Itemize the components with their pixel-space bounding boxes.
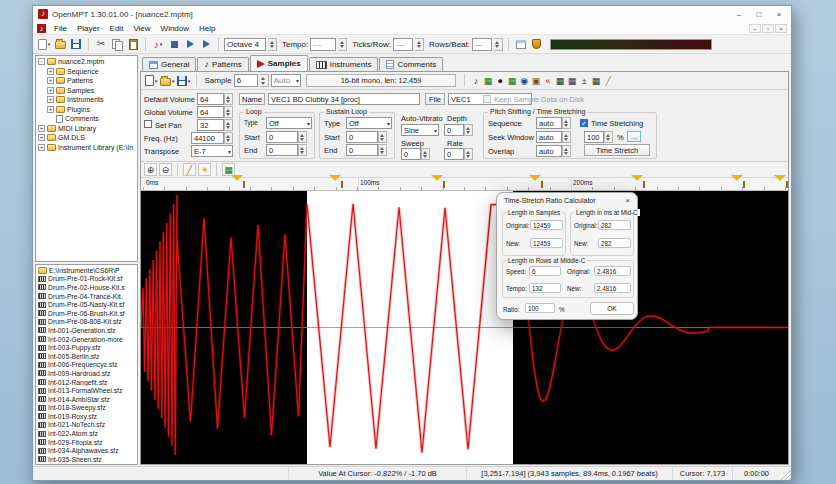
set-pan-field[interactable]: 32 [197,119,224,131]
stretch-amount-spinner[interactable] [604,131,613,143]
cue-marker-icon[interactable] [231,181,245,188]
mdi-restore-button[interactable]: ▫ [762,24,774,33]
samples-original-field[interactable]: 12459 [530,220,563,230]
loop-end-field[interactable]: 0 [266,144,298,156]
keep-on-disk-checkbox[interactable] [483,95,491,103]
tempo-field[interactable]: --- [310,38,336,51]
file-item-int-001-generation-sfz[interactable]: Int-001-Generation.sfz [36,326,137,335]
maximize-button[interactable]: □ [752,10,766,19]
default-volume-spinner[interactable] [224,93,233,105]
vibrato-rate-field[interactable]: 0 [444,148,464,160]
sample-name-field[interactable]: VEC1 BD Clubby 34 [proc] [268,93,420,105]
file-item-drum-pre-01-rock-kit-sf[interactable]: Drum-Pre-01-Rock-Kit.sf [36,275,137,284]
default-volume-field[interactable]: 64 [197,93,224,105]
rows-new-field[interactable]: 2.4816 [594,283,631,293]
save-button[interactable] [69,37,83,52]
cue-marker-icon[interactable] [774,181,788,188]
tree-expander-icon[interactable]: + [38,125,45,132]
sustain-type-select[interactable]: Off [346,117,392,129]
file-item-drum-pre-02-house-kit-s[interactable]: Drum-Pre-02-House-Kit.s [36,283,137,292]
ticks-row-field[interactable]: --- [393,38,413,51]
tempo-spinner[interactable] [338,38,347,51]
sequence-spinner[interactable] [562,117,571,129]
set-pan-spinner[interactable] [224,119,233,131]
tree-expander-icon[interactable]: + [38,144,45,151]
file-item-int-035-sheen-sfz[interactable]: Int-035-Sheen.sfz [36,455,137,464]
overlap-spinner[interactable] [562,145,571,157]
mdi-close-button[interactable]: × [775,24,787,33]
tree-item-instrument-library-e-in[interactable]: +Instrument Library (E:\In [36,143,137,153]
overlap-field[interactable]: auto [536,145,562,157]
file-list-path[interactable]: E:\Instrumente\CS6R\P [36,266,137,275]
loop-start-spinner[interactable] [298,131,307,143]
file-list-hscrollbar[interactable] [36,464,137,465]
rows-beat-field[interactable]: --- [472,38,492,51]
tree-item-midi-library[interactable]: +MIDI Library [36,124,137,134]
vibrato-sweep-spinner[interactable] [421,148,430,160]
tree-expander-icon[interactable]: + [47,68,54,75]
menu-player[interactable]: Player [72,24,105,33]
timeline-ruler[interactable]: 0ms100ms200ms [141,178,788,191]
tab-instruments[interactable]: Instruments [309,57,379,71]
tree-expander-icon[interactable]: + [38,134,45,141]
transpose-select[interactable]: E-7 [191,145,233,157]
new-sample-button[interactable]: ▾ [144,73,158,88]
sustain-start-field[interactable]: 0 [346,131,378,143]
sustain-end-field[interactable]: 0 [346,144,378,156]
seek-window-field[interactable]: auto [536,131,562,143]
octave-field[interactable]: Octave 4 [224,38,266,51]
set-pan-checkbox[interactable] [144,120,152,128]
file-item-int-014-ambistar-sfz[interactable]: Int-014-AmbiStar.sfz [36,395,137,404]
tree-item-sequence[interactable]: +Sequence [36,67,137,77]
note-icon[interactable]: ♪ [470,75,482,87]
vibrato-rate-spinner[interactable] [464,148,473,160]
file-item-drum-pre-05-nasty-kit-sf[interactable]: Drum-Pre-05-Nasty-Kit.sf [36,300,137,309]
menu-window[interactable]: Window [156,24,194,33]
file-item-int-012-rangefit-sfz[interactable]: Int-012-Rangefit.sfz [36,378,137,387]
waveform-canvas[interactable] [141,191,788,464]
file-item-int-006-frequencyz-sfz[interactable]: Int-006-Frequencyz.sfz [36,361,137,370]
tree-item-samples[interactable]: +Samples [36,86,137,96]
ok-button[interactable]: OK [590,302,634,315]
open-button[interactable] [53,37,67,52]
tree-item-patterns[interactable]: +Patterns [36,76,137,86]
pause-button[interactable] [183,37,197,52]
amplify-icon[interactable]: ± [578,75,590,87]
cue-marker-icon[interactable] [431,181,445,188]
loop-type-select[interactable]: Off [266,117,312,129]
file-item-int-034-alphawaves-sfz[interactable]: Int-034-Alphawaves.sfz [36,446,137,455]
cue-marker-icon[interactable] [529,181,543,188]
tree-item-comments[interactable]: Comments [36,114,137,124]
file-item-int-022-atom-sfz[interactable]: Int-022-Atom.sfz [36,429,137,438]
dialog-title-bar[interactable]: Time-Stretch Ratio Calculator × [497,193,637,208]
cue-marker-icon[interactable] [731,181,745,188]
new-button[interactable]: ▾ [37,37,51,52]
cue-marker-icon[interactable] [631,181,645,188]
tab-general[interactable]: General [142,57,196,71]
generate-button[interactable]: ☀ [198,163,211,176]
sample-number-spinner[interactable] [260,74,269,87]
draw-icon[interactable]: ╱ [602,75,614,87]
dialog-close-button[interactable]: × [625,196,630,205]
time-stretch-button[interactable]: Time Stretch [584,144,650,156]
copy-button[interactable] [110,37,124,52]
sample-number-field[interactable]: 6 [234,74,258,87]
freq-field[interactable]: 44100 [191,132,224,144]
file-item-drum-pre-06-brush-kit-sf[interactable]: Drum-Pre-06-Brush-Kit.sf [36,309,137,318]
mdi-minimize-button[interactable]: – [749,24,761,33]
target-icon[interactable]: ◉ [518,75,530,87]
ms-original-field[interactable]: 282 [598,220,631,230]
open-sample-button[interactable]: ▾ [160,73,175,88]
file-item-int-021-notech-sfz[interactable]: Int-021-NoTech.sfz [36,421,137,430]
vibrato-depth-spinner[interactable] [464,124,473,136]
menu-edit[interactable]: Edit [105,24,129,33]
tab-samples[interactable]: Samples [250,55,308,71]
file-item-int-003-puppy-sfz[interactable]: Int-003-Puppy.sfz [36,343,137,352]
zoom-out-button[interactable]: ⊖ [159,163,172,176]
ticks-row-spinner[interactable] [415,38,424,51]
vibrato-depth-field[interactable]: 0 [444,124,464,136]
freq-spinner[interactable] [224,132,233,144]
tab-comments[interactable]: Comments [379,57,443,71]
paste-button[interactable] [126,37,140,52]
file-item-int-005-berlin-sfz[interactable]: Int-005-Berlin.sfz [36,352,137,361]
